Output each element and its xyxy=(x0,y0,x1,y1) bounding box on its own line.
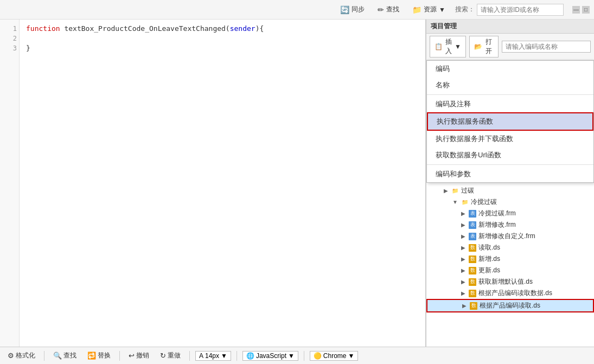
browser-icon: 🟡 xyxy=(314,352,322,360)
ds-icon-file7: 数 xyxy=(469,278,476,286)
tree-arrow-file3: ▶ xyxy=(461,233,465,239)
format-icon: ⚙ xyxy=(8,352,14,360)
right-panel: 项目管理 📋 插入 ▼ 📂 打开 编码 名称 编码及注释 执行数据服务函数 xyxy=(426,20,594,347)
menu-item-bianzhu2[interactable]: 编码和参数 xyxy=(427,166,593,182)
tree-arrow-file4: ▶ xyxy=(461,245,465,251)
find-bottom-icon: 🔍 xyxy=(53,352,62,360)
undo-icon: ↩ xyxy=(129,352,135,360)
code-line-3: } xyxy=(26,43,419,53)
tree-item-file2[interactable]: ▶ 表 新增修改.frm xyxy=(426,219,594,231)
sync-button[interactable]: 🔄 同步 xyxy=(337,4,368,15)
main-container: 1 2 3 function textBox_ProductCode_OnLea… xyxy=(0,20,594,347)
menu-item-mingcheng[interactable]: 名称 xyxy=(427,77,593,93)
tree-item-file9[interactable]: ▶ 数 根据产品编码读取.ds xyxy=(426,299,594,312)
file-tree: ▶ 📁 过碳 ▼ 📁 冷搅过碳 ▶ 表 冷搅过碳.frm ▶ 表 新增修改.fr… xyxy=(426,183,594,347)
insert-chevron-icon: ▼ xyxy=(455,43,461,50)
code-content[interactable]: function textBox_ProductCode_OnLeaveText… xyxy=(20,20,425,347)
folder-icon-guolu: 📁 xyxy=(451,187,459,195)
tree-arrow-file2: ▶ xyxy=(461,222,465,228)
table-icon-file3: 表 xyxy=(469,233,476,240)
ds-icon-file5: 数 xyxy=(469,256,476,263)
find-icon: ✏ xyxy=(378,5,384,14)
replace-button[interactable]: 🔁 替换 xyxy=(84,350,114,361)
menu-item-zhixing[interactable]: 执行数据服务函数 xyxy=(427,112,593,131)
ds-icon-file8: 数 xyxy=(469,290,476,297)
tree-arrow-file6: ▶ xyxy=(461,267,465,273)
font-chevron-icon: ▼ xyxy=(221,352,227,360)
tree-item-file3[interactable]: ▶ 表 新增修改自定义.frm xyxy=(426,231,594,242)
open-icon: 📂 xyxy=(474,43,482,50)
tree-item-file7[interactable]: ▶ 数 获取新增默认值.ds xyxy=(426,276,594,288)
separator-4 xyxy=(237,351,237,361)
ds-icon-file6: 数 xyxy=(469,267,476,274)
code-line-1: function textBox_ProductCode_OnLeaveText… xyxy=(26,24,419,34)
font-icon: A xyxy=(199,352,203,360)
code-line-2 xyxy=(26,34,419,43)
tree-item-file8[interactable]: ▶ 数 根据产品编码读取数据.ds xyxy=(426,288,594,299)
maximize-button[interactable]: □ xyxy=(582,6,590,14)
menu-divider-2 xyxy=(427,164,593,165)
chevron-down-icon: ▼ xyxy=(439,6,445,14)
project-toolbar: 📋 插入 ▼ 📂 打开 xyxy=(426,34,594,60)
sync-icon: 🔄 xyxy=(340,5,349,14)
project-header: 项目管理 xyxy=(426,20,594,34)
language-selector[interactable]: 🌐 JavaScript ▼ xyxy=(242,351,298,361)
open-button[interactable]: 📂 打开 xyxy=(469,36,499,58)
separator-1 xyxy=(44,351,44,361)
separator-2 xyxy=(119,351,120,361)
tree-arrow-file8: ▶ xyxy=(461,290,465,296)
tree-item-file5[interactable]: ▶ 数 新增.ds xyxy=(426,253,594,265)
lang-chevron-icon: ▼ xyxy=(288,352,295,360)
table-icon-file2: 表 xyxy=(469,221,476,229)
search-box: 搜索： xyxy=(455,4,564,16)
tree-item-file1[interactable]: ▶ 表 冷搅过碳.frm xyxy=(426,208,594,219)
tree-item-lengjiao[interactable]: ▼ 📁 冷搅过碳 xyxy=(426,196,594,208)
code-search-input[interactable] xyxy=(502,41,591,53)
insert-dropdown: 编码 名称 编码及注释 执行数据服务函数 执行数据服务并下载函数 获取数据服务U… xyxy=(426,60,594,183)
window-controls: — □ xyxy=(572,6,590,14)
code-editor: 1 2 3 function textBox_ProductCode_OnLea… xyxy=(0,20,426,347)
dropdown-container: 编码 名称 编码及注释 执行数据服务函数 执行数据服务并下载函数 获取数据服务U… xyxy=(426,60,594,183)
line-numbers: 1 2 3 xyxy=(0,20,20,347)
top-toolbar: 🔄 同步 ✏ 查找 📁 资源 ▼ 搜索： — □ xyxy=(0,0,594,20)
format-button[interactable]: ⚙ 格式化 xyxy=(4,350,39,361)
find-bottom-button[interactable]: 🔍 查找 xyxy=(50,350,80,361)
undo-button[interactable]: ↩ 撤销 xyxy=(125,350,152,361)
insert-button[interactable]: 📋 插入 ▼ xyxy=(430,36,466,58)
search-input[interactable] xyxy=(477,4,564,16)
menu-divider-1 xyxy=(427,94,593,95)
tree-item-guolu[interactable]: ▶ 📁 过碳 xyxy=(426,185,594,196)
tree-arrow-file7: ▶ xyxy=(461,279,465,285)
resource-icon: 📁 xyxy=(412,5,421,14)
font-size-selector[interactable]: A 14px ▼ xyxy=(195,351,231,361)
redo-button[interactable]: ↻ 重做 xyxy=(157,350,184,361)
menu-item-bianma[interactable]: 编码 xyxy=(427,61,593,77)
table-icon-file1: 表 xyxy=(469,210,476,218)
separator-5 xyxy=(304,351,304,361)
folder-icon-lengjiao: 📁 xyxy=(461,199,469,206)
tree-arrow-file5: ▶ xyxy=(461,256,465,262)
browser-selector[interactable]: 🟡 Chrome ▼ xyxy=(310,351,359,361)
ds-icon-file9: 数 xyxy=(470,302,477,310)
replace-icon: 🔁 xyxy=(87,352,96,360)
tree-item-file4[interactable]: ▶ 数 读取.ds xyxy=(426,242,594,253)
keyword-function: function xyxy=(26,24,60,33)
browser-chevron-icon: ▼ xyxy=(348,352,355,360)
lang-icon: 🌐 xyxy=(246,352,254,360)
tree-item-file6[interactable]: ▶ 数 更新.ds xyxy=(426,265,594,276)
ds-icon-file4: 数 xyxy=(469,244,476,252)
separator-3 xyxy=(189,351,190,361)
menu-item-bianzhu[interactable]: 编码及注释 xyxy=(427,96,593,112)
tree-arrow-lengjiao: ▼ xyxy=(452,199,458,205)
tree-arrow-file1: ▶ xyxy=(461,210,465,216)
menu-item-huoqu[interactable]: 获取数据服务Url函数 xyxy=(427,147,593,163)
insert-icon: 📋 xyxy=(435,43,443,50)
search-label: 搜索： xyxy=(455,5,475,14)
minimize-button[interactable]: — xyxy=(572,6,580,14)
tree-arrow-file9: ▶ xyxy=(462,303,467,309)
tree-arrow-guolu: ▶ xyxy=(444,188,448,194)
resource-button[interactable]: 📁 资源 ▼ xyxy=(409,4,449,15)
menu-item-zhixing2[interactable]: 执行数据服务并下载函数 xyxy=(427,131,593,147)
find-button[interactable]: ✏ 查找 xyxy=(374,4,403,15)
redo-icon: ↻ xyxy=(160,352,166,360)
